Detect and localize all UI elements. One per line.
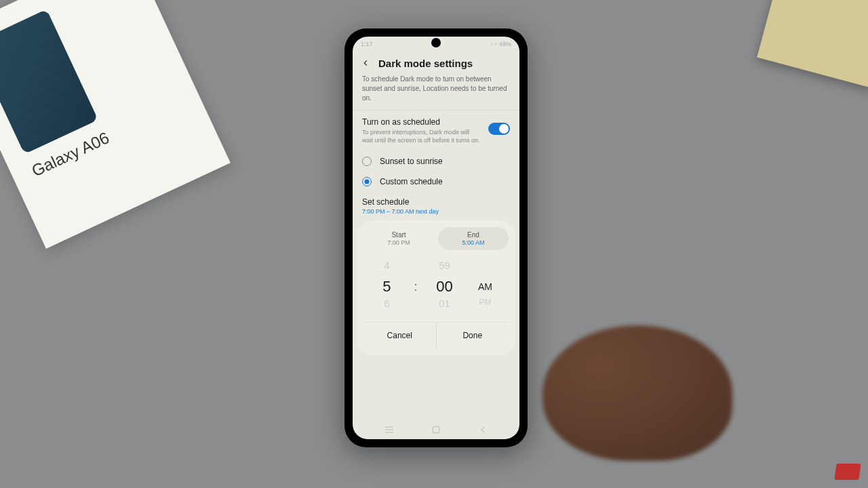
- svg-rect-3: [433, 426, 439, 432]
- ampm-current: AM: [472, 276, 499, 298]
- hour-next: 6: [373, 298, 400, 314]
- tab-start-label: Start: [368, 231, 430, 239]
- radio-custom[interactable]: [362, 177, 372, 186]
- hour-picker[interactable]: 4 5 6: [373, 260, 400, 314]
- signal-icon: ▫: [491, 41, 493, 47]
- product-box-prop: Galaxy A06: [0, 0, 231, 249]
- schedule-toggle-section: Turn on as scheduled To prevent interrup…: [353, 110, 519, 151]
- schedule-toggle[interactable]: [488, 123, 510, 135]
- done-button[interactable]: Done: [437, 323, 509, 348]
- thumb-overlay: [542, 325, 732, 461]
- time-picker-panel: Start 7:00 PM End 5:00 AM 4 5 6 : 59: [357, 220, 515, 355]
- page-title: Dark mode settings: [378, 58, 473, 69]
- battery-text: 49%: [499, 41, 511, 47]
- time-colon: :: [414, 280, 417, 294]
- cancel-button[interactable]: Cancel: [363, 323, 436, 348]
- wifi-icon: ▫: [495, 41, 497, 47]
- ampm-next: PM: [472, 298, 499, 314]
- minute-picker[interactable]: 59 00 01: [431, 260, 458, 314]
- toggle-title: Turn on as scheduled: [362, 117, 481, 127]
- time-picker[interactable]: 4 5 6 : 59 00 01 AM PM: [363, 256, 509, 318]
- tab-start-time: 7:00 PM: [368, 239, 430, 246]
- radio-sunset[interactable]: [362, 157, 372, 166]
- schedule-value: 7:00 PM – 7:00 AM next day: [362, 208, 510, 215]
- camera-notch: [431, 38, 441, 47]
- page-description: To schedule Dark mode to turn on between…: [353, 75, 519, 110]
- back-button[interactable]: [359, 57, 372, 69]
- radio-custom-row[interactable]: Custom schedule: [353, 171, 519, 192]
- ampm-picker[interactable]: AM PM: [472, 260, 499, 314]
- min-prev: 59: [431, 260, 458, 276]
- phone-screen: 1:17 ▫ ▫ 49% Dark mode settings To sched…: [353, 37, 519, 439]
- min-next: 01: [431, 298, 458, 314]
- watermark-badge: [834, 464, 861, 480]
- toggle-subtitle: To prevent interruptions, Dark mode will…: [362, 129, 481, 144]
- tab-end-time: 5:00 AM: [442, 239, 505, 246]
- tab-start[interactable]: Start 7:00 PM: [363, 227, 434, 250]
- tab-end-label: End: [442, 231, 505, 239]
- status-time: 1:17: [361, 41, 373, 47]
- schedule-header[interactable]: Set schedule 7:00 PM – 7:00 AM next day: [353, 192, 519, 216]
- radio-sunset-row[interactable]: Sunset to sunrise: [353, 151, 519, 171]
- hour-prev: 4: [373, 260, 400, 276]
- ampm-prev: [472, 260, 499, 276]
- min-current: 00: [431, 276, 458, 298]
- back-nav-icon[interactable]: [477, 424, 488, 435]
- hour-current: 5: [373, 276, 400, 298]
- header: Dark mode settings: [353, 52, 519, 75]
- tab-end[interactable]: End 5:00 AM: [438, 227, 509, 250]
- home-icon[interactable]: [431, 424, 441, 435]
- recents-icon[interactable]: [384, 424, 395, 435]
- radio-sunset-label: Sunset to sunrise: [380, 157, 443, 166]
- radio-custom-label: Custom schedule: [380, 177, 443, 186]
- phone-frame: 1:17 ▫ ▫ 49% Dark mode settings To sched…: [344, 28, 528, 447]
- navigation-bar: [353, 420, 519, 439]
- schedule-title: Set schedule: [362, 197, 510, 207]
- wooden-prop: [757, 0, 868, 89]
